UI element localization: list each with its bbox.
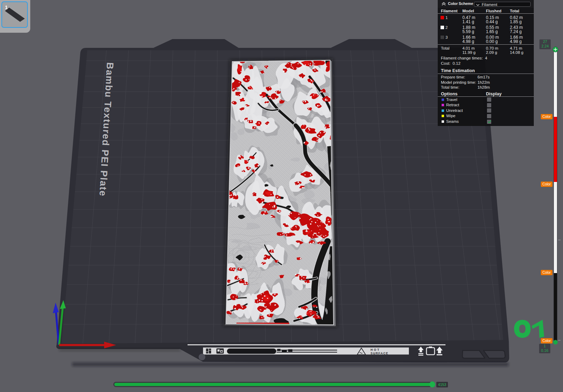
svg-text:SURFACE: SURFACE bbox=[371, 352, 388, 355]
svg-text:HOT: HOT bbox=[371, 348, 380, 352]
